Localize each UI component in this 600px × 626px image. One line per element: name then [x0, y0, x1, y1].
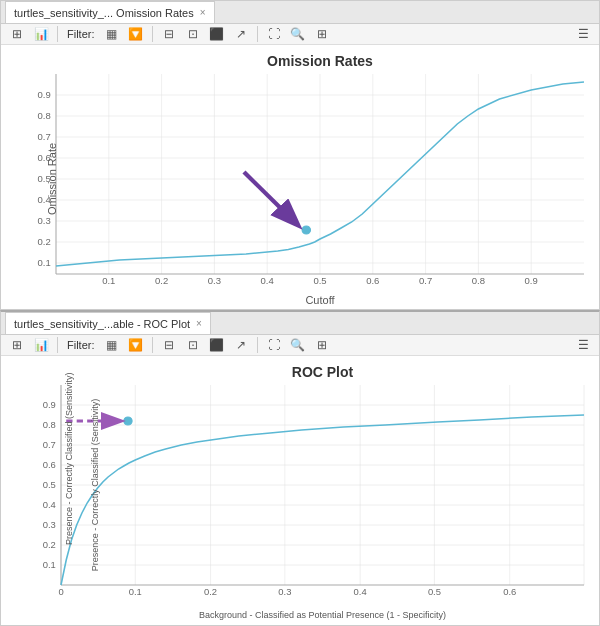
svg-text:0.8: 0.8 [472, 276, 485, 286]
cursor-icon[interactable]: ⛶ [264, 24, 284, 44]
bottom-panel: turtles_sensitivity_...able - ROC Plot ×… [0, 310, 600, 626]
omission-chart-title: Omission Rates [56, 53, 584, 69]
separator-1 [57, 26, 58, 42]
scale-icon[interactable]: ⊞ [312, 24, 332, 44]
svg-text:0.5: 0.5 [428, 587, 441, 597]
chart-icon[interactable]: 📊 [31, 24, 51, 44]
svg-text:0.3: 0.3 [38, 216, 51, 226]
svg-text:0.9: 0.9 [38, 90, 51, 100]
menu-icon-bottom[interactable]: ☰ [573, 335, 593, 355]
filter-label-b: Filter: [67, 339, 95, 351]
svg-text:0.5: 0.5 [43, 480, 56, 490]
export-icon[interactable]: ⬛ [207, 24, 227, 44]
svg-text:0.4: 0.4 [261, 276, 274, 286]
svg-text:0.2: 0.2 [204, 587, 217, 597]
omission-y-label: Omission Rate [46, 143, 58, 215]
omission-x-label: Cutoff [305, 294, 334, 306]
svg-text:0.1: 0.1 [43, 560, 56, 570]
omission-chart-container: Omission Rates Omission Rate Cutoff [1, 45, 599, 319]
roc-tab-label: turtles_sensitivity_...able - ROC Plot [14, 318, 190, 330]
table-icon-b[interactable]: ⊞ [7, 335, 27, 355]
roc-chart-container: ROC Plot Presence - Correctly Classified… [1, 356, 599, 626]
svg-text:0.9: 0.9 [43, 400, 56, 410]
omission-chart-area: Omission Rate Cutoff [56, 74, 584, 284]
filter-icon-2[interactable]: 🔽 [126, 24, 146, 44]
svg-text:0.4: 0.4 [43, 500, 56, 510]
omission-tab-label: turtles_sensitivity_... Omission Rates [14, 7, 194, 19]
separator-b3 [257, 337, 258, 353]
separator-3 [257, 26, 258, 42]
export-icon-b[interactable]: ⬛ [207, 335, 227, 355]
svg-text:0.7: 0.7 [38, 132, 51, 142]
svg-text:0.8: 0.8 [43, 420, 56, 430]
table-icon[interactable]: ⊞ [7, 24, 27, 44]
top-panel: turtles_sensitivity_... Omission Rates ×… [0, 0, 600, 310]
svg-text:0.6: 0.6 [366, 276, 379, 286]
top-tab-bar: turtles_sensitivity_... Omission Rates × [1, 1, 599, 24]
filter-icon-b1[interactable]: ▦ [102, 335, 122, 355]
chart-icon-b[interactable]: 📊 [31, 335, 51, 355]
svg-text:0.2: 0.2 [155, 276, 168, 286]
zoom-icon-b[interactable]: ↗ [231, 335, 251, 355]
menu-icon-top[interactable]: ☰ [573, 24, 593, 44]
toolbar-right-b: ☰ [573, 335, 593, 355]
roc-y-label: Presence - Correctly Classified (Sensiti… [90, 399, 100, 572]
svg-text:0.8: 0.8 [38, 111, 51, 121]
bottom-toolbar: ⊞ 📊 Filter: ▦ 🔽 ⊟ ⊡ ⬛ ↗ ⛶ 🔍 ⊞ ☰ [1, 335, 599, 356]
svg-text:0.2: 0.2 [43, 540, 56, 550]
magnify-icon-b[interactable]: 🔍 [288, 335, 308, 355]
omission-rates-tab[interactable]: turtles_sensitivity_... Omission Rates × [5, 1, 215, 23]
roc-chart-area: Presence - Correctly Classified (Sensiti… [61, 385, 584, 585]
svg-text:0.1: 0.1 [102, 276, 115, 286]
svg-text:0.3: 0.3 [208, 276, 221, 286]
roc-tab-close[interactable]: × [196, 318, 202, 329]
svg-text:0.5: 0.5 [313, 276, 326, 286]
top-toolbar: ⊞ 📊 Filter: ▦ 🔽 ⊟ ⊡ ⬛ ↗ ⛶ 🔍 ⊞ ☰ [1, 24, 599, 45]
roc-x-axis-label: Background - Classified as Potential Pre… [199, 610, 446, 620]
roc-chart-svg: 0 0.1 0.2 0.3 0.4 0.5 0.6 0.1 0.2 0.3 0.… [61, 385, 584, 585]
table-icon-b2[interactable]: ⊡ [183, 335, 203, 355]
magnify-icon[interactable]: 🔍 [288, 24, 308, 44]
filter-icon-1[interactable]: ▦ [102, 24, 122, 44]
zoom-icon[interactable]: ↗ [231, 24, 251, 44]
svg-text:0.7: 0.7 [43, 440, 56, 450]
svg-text:0.1: 0.1 [38, 258, 51, 268]
svg-point-76 [124, 417, 132, 425]
grid-icon-b[interactable]: ⊟ [159, 335, 179, 355]
separator-b1 [57, 337, 58, 353]
svg-text:0.6: 0.6 [43, 460, 56, 470]
filter-label: Filter: [67, 28, 95, 40]
omission-tab-close[interactable]: × [200, 7, 206, 18]
separator-b2 [152, 337, 153, 353]
grid-icon[interactable]: ⊟ [159, 24, 179, 44]
svg-text:0.7: 0.7 [419, 276, 432, 286]
svg-text:0: 0 [58, 587, 63, 597]
svg-text:0.2: 0.2 [38, 237, 51, 247]
svg-line-40 [244, 172, 297, 224]
separator-2 [152, 26, 153, 42]
svg-text:0.4: 0.4 [354, 587, 367, 597]
scale-icon-b[interactable]: ⊞ [312, 335, 332, 355]
table-icon-2[interactable]: ⊡ [183, 24, 203, 44]
toolbar-right-1: ☰ [573, 24, 593, 44]
cursor-icon-b[interactable]: ⛶ [264, 335, 284, 355]
filter-icon-b2[interactable]: 🔽 [126, 335, 146, 355]
roc-y-axis-label: Presence - Correctly Classified (Sensiti… [64, 425, 74, 545]
svg-text:0.3: 0.3 [278, 587, 291, 597]
svg-text:0.9: 0.9 [525, 276, 538, 286]
svg-text:0.6: 0.6 [503, 587, 516, 597]
roc-chart-title: ROC Plot [61, 364, 584, 380]
svg-point-38 [302, 226, 310, 234]
svg-text:0.1: 0.1 [129, 587, 142, 597]
svg-text:0.3: 0.3 [43, 520, 56, 530]
omission-chart-svg: 0.1 0.2 0.3 0.4 0.5 0.6 0.7 0.8 0.9 0.1 … [56, 74, 584, 284]
